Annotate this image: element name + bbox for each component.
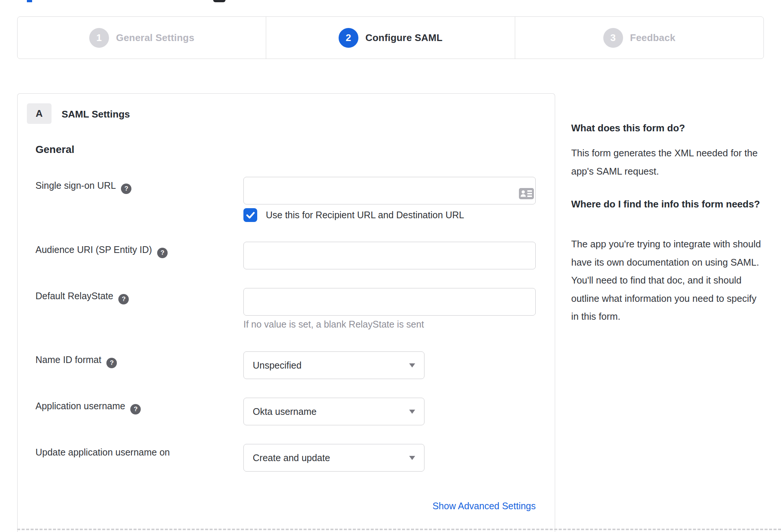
application-username-select[interactable]: Okta username xyxy=(243,398,424,425)
application-username-value: Okta username xyxy=(253,406,317,417)
step-configure-saml[interactable]: 2 Configure SAML xyxy=(266,17,514,59)
help-icon[interactable]: ? xyxy=(130,404,141,414)
step-feedback[interactable]: 3 Feedback xyxy=(515,17,763,59)
relaystate-hint: If no value is set, a blank RelayState i… xyxy=(243,319,424,330)
help-icon[interactable]: ? xyxy=(121,184,131,194)
label-update-application-username: Update application username on xyxy=(35,447,170,458)
step-1-circle: 1 xyxy=(89,28,109,48)
chevron-down-icon xyxy=(409,456,415,460)
label-audience-uri: Audience URI (SP Entity ID)? xyxy=(35,244,168,258)
checkmark-icon xyxy=(246,212,255,219)
label-default-relaystate: Default RelayState? xyxy=(35,291,129,304)
help-heading-2: Where do I find the info this form needs… xyxy=(571,196,766,212)
help-icon[interactable]: ? xyxy=(118,294,129,304)
name-id-format-value: Unspecified xyxy=(253,360,302,371)
cutoff-dark-fragment xyxy=(213,0,225,2)
contact-card-icon xyxy=(519,188,534,199)
update-application-username-value: Create and update xyxy=(253,453,330,463)
group-title-general: General xyxy=(35,144,74,156)
chevron-down-icon xyxy=(409,363,415,367)
show-advanced-settings-link[interactable]: Show Advanced Settings xyxy=(416,501,536,511)
label-application-username: Application username? xyxy=(35,401,141,414)
cutoff-blue-fragment xyxy=(27,0,32,2)
step-2-circle: 2 xyxy=(339,28,358,48)
update-application-username-select[interactable]: Create and update xyxy=(243,444,424,472)
help-icon[interactable]: ? xyxy=(106,358,117,368)
help-paragraph-1: This form generates the XML needed for t… xyxy=(571,144,766,180)
step-general-settings[interactable]: 1 General Settings xyxy=(18,17,266,59)
audience-uri-input[interactable] xyxy=(243,242,536,269)
step-1-label: General Settings xyxy=(116,32,195,44)
default-relaystate-input[interactable] xyxy=(243,288,536,316)
wizard-stepper: 1 General Settings 2 Configure SAML 3 Fe… xyxy=(17,16,764,59)
step-2-label: Configure SAML xyxy=(365,32,442,44)
recipient-url-checkbox-label[interactable]: Use this for Recipient URL and Destinati… xyxy=(266,210,464,220)
recipient-url-checkbox[interactable] xyxy=(243,208,257,222)
name-id-format-select[interactable]: Unspecified xyxy=(243,351,424,379)
help-paragraph-2: The app you're trying to integrate with … xyxy=(571,235,766,326)
help-heading-1: What does this form do? xyxy=(571,120,766,136)
help-icon[interactable]: ? xyxy=(157,248,168,258)
label-name-id-format: Name ID format? xyxy=(35,354,117,368)
single-sign-on-url-input[interactable] xyxy=(243,177,536,204)
chevron-down-icon xyxy=(409,410,415,414)
label-single-sign-on-url: Single sign-on URL? xyxy=(35,180,131,194)
section-dashed-divider xyxy=(17,529,781,530)
step-3-circle: 3 xyxy=(603,28,623,48)
section-title: SAML Settings xyxy=(62,109,130,120)
section-a-badge: A xyxy=(27,103,52,124)
step-3-label: Feedback xyxy=(630,32,676,44)
